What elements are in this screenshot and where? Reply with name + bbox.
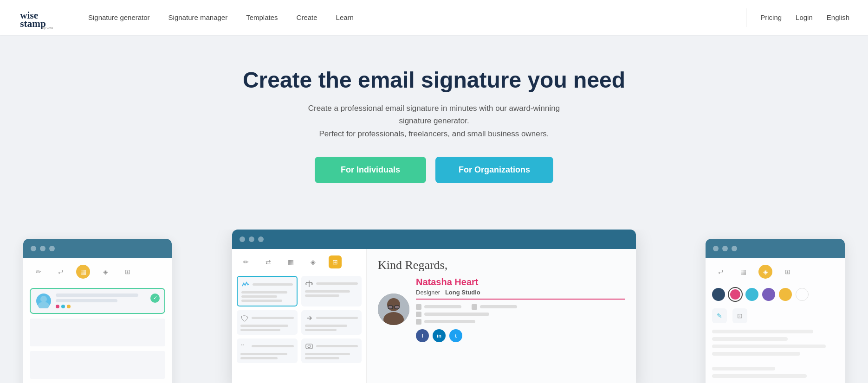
rph-5 [712,367,775,370]
facebook-btn[interactable]: f [416,329,429,342]
tmpl-body-line-9 [305,329,337,331]
web-line [424,320,475,323]
tmpl-body-6 [305,353,358,359]
email-line [424,313,489,316]
svg-point-11 [387,298,400,311]
email-icon [416,312,421,317]
twitter-btn[interactable]: t [449,329,462,342]
tmpl-body-line-8 [305,325,348,327]
dot-r1 [713,246,719,251]
dot-3 [49,246,55,251]
tmpl-share-icon: ⇄ [262,255,275,268]
tmpl-edit-icon: ✏ [240,255,253,268]
preview-info: Natasha Heart Designer Long Studio [416,277,625,342]
mobile-icon [472,304,477,310]
swatch-pink[interactable] [729,288,742,301]
preview-title: Designer Long Studio [416,289,625,300]
tmpl-body-line-5 [305,294,339,297]
fill-icon: ◈ [98,265,112,279]
nav-pricing[interactable]: Pricing [760,13,782,21]
dot-r2 [722,246,728,251]
phone-icon [416,304,421,310]
left-content: ✏ ⇄ ▦ ◈ ⊞ [23,258,172,383]
dot-r3 [732,246,737,251]
nav-create[interactable]: Create [297,13,317,21]
preview-avatar [378,294,409,325]
rph-1 [712,330,813,333]
sig-dots [56,305,159,308]
r-apps-icon: ⊞ [781,265,795,279]
preview-person: Natasha Heart Designer Long Studio [378,277,625,342]
panel-templates: ✏ ⇄ ▦ ◈ ⊞ [232,249,367,383]
template-card-1[interactable] [237,276,298,306]
layout-icon: ▦ [76,265,90,279]
placeholder-1 [30,319,165,346]
for-organizations-button[interactable]: For Organizations [435,157,553,183]
image-tool[interactable]: ⊡ [732,308,747,323]
preview-greeting: Kind Regards, [378,258,625,272]
logo[interactable]: wise stamp by vata [19,5,60,30]
nav-templates[interactable]: Templates [246,13,278,21]
photo-icon [305,342,313,351]
person-svg [378,294,409,325]
swatch-white[interactable] [796,288,809,301]
tmpl-body-line-12 [305,353,350,355]
nav-login[interactable]: Login [796,13,813,21]
tmpl-body-2 [305,290,358,297]
hero-buttons: For Individuals For Organizations [9,157,859,183]
color-picker-tool[interactable]: ✎ [712,308,727,323]
preview-social: f in t [416,329,625,342]
tmpl-line-6 [316,345,358,347]
quote-icon: " [240,342,249,351]
template-card-6[interactable] [301,338,362,363]
tmpl-line-3 [252,317,294,319]
template-card-4[interactable] [301,310,362,335]
tmpl-body-line-6 [240,325,288,327]
tmpl-card-1-header [241,281,293,289]
placeholder-2 [30,351,165,379]
template-card-2[interactable] [301,276,362,306]
template-card-5[interactable]: " [237,338,298,363]
preview-job: Designer [416,289,440,296]
r-fill-icon: ◈ [758,265,772,279]
edit-icon: ✏ [32,265,45,279]
rph-2 [712,337,788,341]
tmpl-body-line-11 [240,357,278,359]
wave-icon [241,281,250,289]
sig-lines-1 [56,294,159,308]
template-card-3[interactable] [237,310,298,335]
hero-subtitle-line1: Create a professional email signature in… [308,104,560,125]
browser-mockup-center: ✏ ⇄ ▦ ◈ ⊞ [232,230,636,383]
tmpl-layout-icon: ▦ [284,255,297,268]
swatch-orange[interactable] [779,288,792,301]
tmpl-body-5 [240,353,294,359]
swatch-teal[interactable] [745,288,758,301]
browser-mockup-left: ✏ ⇄ ▦ ◈ ⊞ [23,239,172,383]
sig-line-title [56,299,117,302]
nav-learn[interactable]: Learn [336,13,354,21]
svg-point-3 [40,296,47,302]
tmpl-body-line-4 [305,290,350,293]
swatch-navy[interactable] [712,288,725,301]
linkedin-btn[interactable]: in [433,329,446,342]
dot-c1 [240,236,245,242]
sig-item-1[interactable]: ✓ [30,288,165,314]
nav-signature-generator[interactable]: Signature generator [88,13,150,21]
hero-subtitle: Create a professional email signature in… [295,102,573,140]
tmpl-body-line-13 [305,357,339,359]
nav-links: Signature generator Signature manager Te… [88,13,746,21]
rph-3 [712,345,826,348]
color-tools: ✎ ⊡ [712,308,838,323]
tmpl-body-line-2 [241,295,277,298]
hero-section: Create the email signature you need Crea… [0,35,868,230]
mobile-line [480,305,517,308]
dot-blue [61,305,65,308]
preview-name: Natasha Heart [416,277,625,287]
for-individuals-button[interactable]: For Individuals [315,157,426,183]
nav-language[interactable]: English [827,13,849,21]
swatch-purple[interactable] [762,288,775,301]
nav-signature-manager[interactable]: Signature manager [168,13,228,21]
svg-rect-13 [388,306,393,309]
tmpl-body-line-3 [241,300,282,302]
browser-mockup-right: ⇄ ▦ ◈ ⊞ ✎ ⊡ [706,239,845,383]
